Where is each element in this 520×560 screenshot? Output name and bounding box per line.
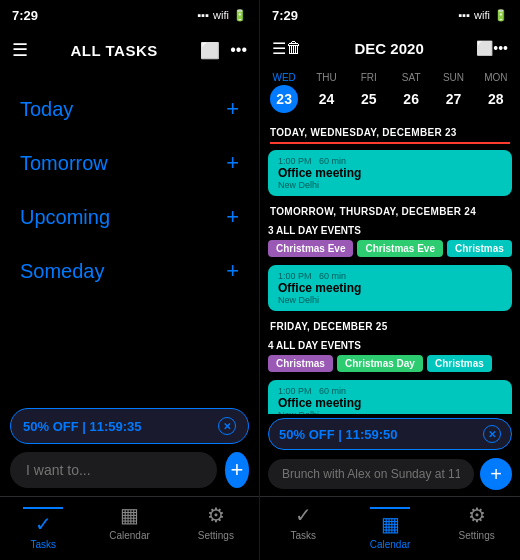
event-title-dec24-1: Office meeting (278, 281, 502, 295)
tab-tasks-left[interactable]: ✓ Tasks (0, 503, 86, 550)
event-card-dec23-1[interactable]: 1:00 PM 60 min Office meeting New Delhi (268, 150, 512, 196)
settings-tab-label-left: Settings (198, 530, 234, 541)
status-time-right: 7:29 (272, 8, 298, 23)
event-subtitle-dec23-1: New Delhi (278, 180, 502, 190)
status-time-left: 7:29 (12, 8, 38, 23)
all-day-section-dec25: 4 ALL DAY EVENTS Christmas Christmas Day… (260, 336, 520, 376)
add-tomorrow-button[interactable]: + (226, 150, 239, 176)
tab-bar-left: ✓ Tasks ▦ Calendar ⚙ Settings (0, 496, 259, 560)
task-input-left[interactable] (10, 452, 217, 488)
day-name-sat: SAT (402, 72, 421, 83)
event-card-dec25-1[interactable]: 1:00 PM 60 min Office meeting New Delhi (268, 380, 512, 414)
signal-icon: ▪▪▪ (197, 9, 209, 21)
promo-text-right: 50% OFF | 11:59:50 (279, 427, 398, 442)
input-bar-left: + (10, 452, 249, 488)
all-day-chip-dec25-3[interactable]: Christmas (427, 355, 492, 372)
menu-icon[interactable]: ☰ (12, 39, 28, 61)
day-col-fri[interactable]: FRI 25 (349, 72, 389, 113)
tab-calendar-right[interactable]: ▦ Calendar (347, 503, 434, 550)
battery-icon-right: 🔋 (494, 9, 508, 22)
settings-tab-icon-right: ⚙ (468, 503, 486, 527)
window-icon-right[interactable]: ⬜ (476, 40, 493, 56)
day-col-thu[interactable]: THU 24 (306, 72, 346, 113)
settings-tab-icon-left: ⚙ (207, 503, 225, 527)
nav-item-someday[interactable]: Someday + (0, 244, 259, 298)
nav-label-tomorrow: Tomorrow (20, 152, 108, 175)
section-header-dec25: FRIDAY, DECEMBER 25 (260, 315, 520, 336)
status-bar-right: 7:29 ▪▪▪ wifi 🔋 (260, 0, 520, 28)
day-col-wed[interactable]: WED 23 (264, 72, 304, 113)
tasks-tab-icon-right: ✓ (295, 503, 312, 527)
menu-icon-right[interactable]: ☰ (272, 39, 286, 58)
promo-close-left[interactable]: ✕ (218, 417, 236, 435)
event-card-dec24-1[interactable]: 1:00 PM 60 min Office meeting New Delhi (268, 265, 512, 311)
battery-icon: 🔋 (233, 9, 247, 22)
tab-tasks-right[interactable]: ✓ Tasks (260, 503, 347, 550)
event-time-dec25-1: 1:00 PM 60 min (278, 386, 502, 396)
calendar-month-title: DEC 2020 (302, 40, 476, 57)
header-right: ☰ 🗑 DEC 2020 ⬜ ••• (260, 28, 520, 68)
add-task-button-left[interactable]: + (225, 452, 249, 488)
all-day-events-dec24: Christmas Eve Christmas Eve Christmas (268, 240, 512, 257)
add-upcoming-button[interactable]: + (226, 204, 239, 230)
day-num-thu: 24 (312, 85, 340, 113)
calendar-tab-label-right: Calendar (370, 539, 411, 550)
status-icons-left: ▪▪▪ wifi 🔋 (197, 9, 247, 22)
add-someday-button[interactable]: + (226, 258, 239, 284)
all-day-chip-2[interactable]: Christmas Eve (357, 240, 442, 257)
trash-icon-right[interactable]: 🗑 (286, 39, 302, 57)
promo-bar-right: 50% OFF | 11:59:50 ✕ (268, 418, 512, 450)
header-right-icons: ⬜ ••• (200, 41, 247, 60)
event-title-dec23-1: Office meeting (278, 166, 502, 180)
more-icon[interactable]: ••• (230, 41, 247, 60)
nav-label-someday: Someday (20, 260, 105, 283)
task-input-right[interactable] (268, 459, 474, 489)
all-day-chip-dec25-2[interactable]: Christmas Day (337, 355, 423, 372)
tab-calendar-left[interactable]: ▦ Calendar (86, 503, 172, 550)
nav-item-upcoming[interactable]: Upcoming + (0, 190, 259, 244)
calendar-tab-icon-right: ▦ (381, 512, 400, 536)
calendar-tab-icon-left: ▦ (120, 503, 139, 527)
nav-item-today[interactable]: Today + (0, 82, 259, 136)
day-num-sun: 27 (439, 85, 467, 113)
calendar-days-row: WED 23 THU 24 FRI 25 SAT 26 SUN 27 MON 2… (260, 68, 520, 121)
all-day-chip-dec25-1[interactable]: Christmas (268, 355, 333, 372)
all-day-chip-3[interactable]: Christmas (447, 240, 512, 257)
promo-close-right[interactable]: ✕ (483, 425, 501, 443)
nav-item-tomorrow[interactable]: Tomorrow + (0, 136, 259, 190)
right-panel: 7:29 ▪▪▪ wifi 🔋 ☰ 🗑 DEC 2020 ⬜ ••• WED 2… (260, 0, 520, 560)
event-subtitle-dec25-1: New Delhi (278, 410, 502, 414)
tab-settings-right[interactable]: ⚙ Settings (433, 503, 520, 550)
all-day-events-dec25: Christmas Christmas Day Christmas (268, 355, 512, 372)
day-col-mon[interactable]: MON 28 (476, 72, 516, 113)
window-icon[interactable]: ⬜ (200, 41, 220, 60)
signal-icon-right: ▪▪▪ (458, 9, 470, 21)
add-today-button[interactable]: + (226, 96, 239, 122)
day-num-sat: 26 (397, 85, 425, 113)
calendar-content: TODAY, WEDNESDAY, DECEMBER 23 1:00 PM 60… (260, 121, 520, 414)
input-bar-right: + (268, 458, 512, 490)
day-name-thu: THU (316, 72, 337, 83)
event-time-dec23-1: 1:00 PM 60 min (278, 156, 502, 166)
header-left: ☰ ALL TASKS ⬜ ••• (0, 28, 259, 72)
day-num-wed: 23 (270, 85, 298, 113)
add-task-button-right[interactable]: + (480, 458, 512, 490)
promo-bar-left: 50% OFF | 11:59:35 ✕ (10, 408, 249, 444)
all-day-chip-1[interactable]: Christmas Eve (268, 240, 353, 257)
day-col-sun[interactable]: SUN 27 (433, 72, 473, 113)
left-panel: 7:29 ▪▪▪ wifi 🔋 ☰ ALL TASKS ⬜ ••• Today … (0, 0, 260, 560)
settings-tab-label-right: Settings (459, 530, 495, 541)
day-name-wed: WED (272, 72, 295, 83)
event-title-dec25-1: Office meeting (278, 396, 502, 410)
tab-bar-right: ✓ Tasks ▦ Calendar ⚙ Settings (260, 496, 520, 560)
tab-settings-left[interactable]: ⚙ Settings (173, 503, 259, 550)
day-num-fri: 25 (355, 85, 383, 113)
day-name-mon: MON (484, 72, 507, 83)
event-time-dec24-1: 1:00 PM 60 min (278, 271, 502, 281)
tasks-tab-icon: ✓ (35, 512, 52, 536)
more-icon-right[interactable]: ••• (493, 40, 508, 56)
day-col-sat[interactable]: SAT 26 (391, 72, 431, 113)
day-name-fri: FRI (361, 72, 377, 83)
page-title: ALL TASKS (70, 42, 157, 59)
all-day-section-dec24: 3 ALL DAY EVENTS Christmas Eve Christmas… (260, 221, 520, 261)
